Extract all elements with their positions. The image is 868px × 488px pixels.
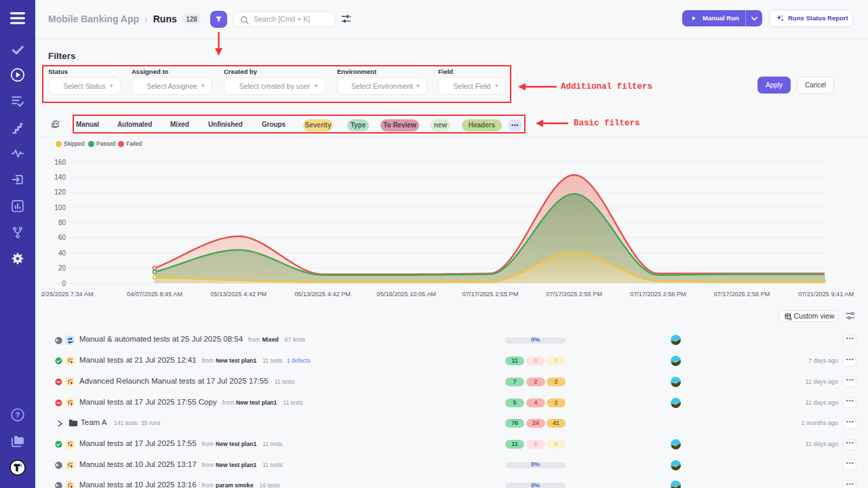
svg-text:05/16/2025 10:05 AM: 05/16/2025 10:05 AM (377, 291, 436, 298)
svg-text:07/17/2025 2:55 PM: 07/17/2025 2:55 PM (546, 291, 602, 298)
svg-text:07/17/2025 2:55 PM: 07/17/2025 2:55 PM (462, 291, 519, 298)
svg-text:?: ? (16, 411, 20, 419)
svg-text:07/17/2025 2:56 PM: 07/17/2025 2:56 PM (630, 291, 686, 298)
svg-text:2/25/2025 7:34 AM: 2/25/2025 7:34 AM (41, 291, 93, 298)
svg-text:07/21/2025 9:41 AM: 07/21/2025 9:41 AM (798, 291, 854, 298)
svg-text:05/13/2025 4:42 PM: 05/13/2025 4:42 PM (211, 291, 267, 298)
svg-text:100: 100 (54, 204, 66, 211)
svg-text:60: 60 (58, 234, 66, 241)
svg-text:40: 40 (58, 249, 66, 257)
svg-text:07/17/2025 2:56 PM: 07/17/2025 2:56 PM (714, 291, 770, 298)
svg-text:0: 0 (62, 280, 66, 287)
svg-text:05/13/2025 4:42 PM: 05/13/2025 4:42 PM (294, 291, 351, 298)
svg-text:160: 160 (54, 159, 66, 166)
svg-text:80: 80 (58, 219, 66, 226)
svg-text:140: 140 (54, 174, 66, 181)
svg-text:120: 120 (54, 188, 66, 196)
svg-text:20: 20 (58, 264, 66, 272)
svg-text:04/07/2025 8:45 AM: 04/07/2025 8:45 AM (127, 291, 182, 298)
